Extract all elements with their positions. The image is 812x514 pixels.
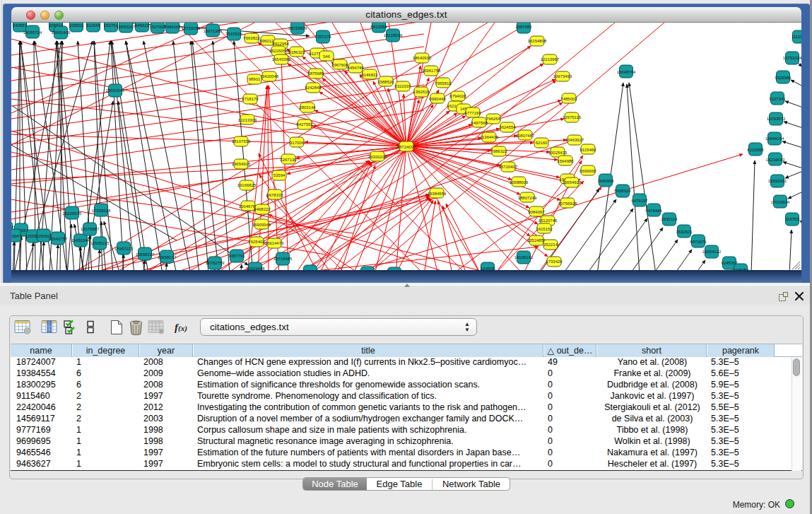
svg-text:10025433: 10025433 bbox=[548, 151, 567, 155]
svg-text:252214: 252214 bbox=[543, 243, 558, 247]
svg-text:9084067: 9084067 bbox=[528, 210, 545, 214]
svg-text:10958107: 10958107 bbox=[136, 252, 155, 257]
svg-text:9227341: 9227341 bbox=[769, 97, 786, 101]
svg-text:2718170: 2718170 bbox=[242, 97, 259, 101]
svg-text:9498222: 9498222 bbox=[254, 207, 271, 211]
svg-text:12942757: 12942757 bbox=[49, 237, 68, 241]
svg-text:917006: 917006 bbox=[290, 141, 305, 145]
svg-text:16120746: 16120746 bbox=[539, 218, 558, 223]
svg-text:105532: 105532 bbox=[69, 23, 84, 28]
svg-text:8912954: 8912954 bbox=[272, 42, 289, 46]
svg-text:10973493: 10973493 bbox=[553, 74, 572, 78]
svg-text:18807249: 18807249 bbox=[518, 196, 537, 200]
svg-text:16648764: 16648764 bbox=[617, 70, 636, 74]
svg-text:1112905: 1112905 bbox=[792, 35, 801, 39]
svg-text:2967608: 2967608 bbox=[331, 63, 348, 67]
svg-text:16961758: 16961758 bbox=[422, 69, 441, 73]
svg-text:6497568: 6497568 bbox=[471, 121, 488, 125]
svg-text:19384554: 19384554 bbox=[428, 192, 447, 196]
svg-text:9777169: 9777169 bbox=[464, 111, 481, 115]
svg-text:9115460: 9115460 bbox=[580, 148, 597, 152]
svg-text:12213309: 12213309 bbox=[238, 118, 257, 122]
svg-text:11451944: 11451944 bbox=[71, 238, 90, 243]
svg-text:3624554: 3624554 bbox=[499, 125, 516, 129]
svg-text:1640954: 1640954 bbox=[597, 179, 614, 183]
svg-text:6699695: 6699695 bbox=[579, 169, 596, 173]
svg-text:5938923: 5938923 bbox=[614, 189, 631, 193]
svg-text:14196141: 14196141 bbox=[514, 255, 534, 259]
svg-text:19166825: 19166825 bbox=[237, 183, 257, 187]
svg-text:12093872: 12093872 bbox=[767, 117, 786, 121]
svg-text:6466101: 6466101 bbox=[164, 25, 181, 29]
svg-text:116753: 116753 bbox=[785, 217, 799, 221]
svg-text:8454749: 8454749 bbox=[347, 66, 364, 70]
svg-text:2803144: 2803144 bbox=[299, 105, 316, 110]
svg-text:29300203: 29300203 bbox=[368, 155, 387, 159]
svg-text:9474444: 9474444 bbox=[645, 209, 662, 213]
svg-text:7625402: 7625402 bbox=[248, 240, 265, 244]
svg-text:7986322: 7986322 bbox=[490, 149, 507, 153]
svg-text:546: 546 bbox=[323, 54, 331, 59]
svg-text:9146821: 9146821 bbox=[361, 73, 378, 77]
svg-text:20991406: 20991406 bbox=[52, 30, 71, 35]
svg-text:8215958: 8215958 bbox=[747, 148, 764, 152]
svg-text:12975115: 12975115 bbox=[563, 115, 582, 119]
svg-text:12213967: 12213967 bbox=[541, 57, 560, 62]
svg-text:7632621: 7632621 bbox=[676, 230, 693, 234]
svg-text:7357274: 7357274 bbox=[314, 35, 331, 39]
svg-text:7955812: 7955812 bbox=[435, 81, 452, 86]
svg-text:98901: 98901 bbox=[249, 77, 261, 81]
svg-text:9329966: 9329966 bbox=[775, 76, 792, 80]
svg-text:2935114: 2935114 bbox=[661, 217, 678, 221]
svg-text:16154808: 16154808 bbox=[528, 39, 547, 43]
svg-text:16671385: 16671385 bbox=[204, 29, 223, 33]
svg-text:7485003: 7485003 bbox=[560, 97, 577, 101]
svg-text:16210643: 16210643 bbox=[766, 158, 785, 162]
svg-text:1588520: 1588520 bbox=[377, 80, 394, 84]
svg-text:16914479: 16914479 bbox=[265, 241, 284, 245]
svg-text:17016504: 17016504 bbox=[771, 200, 790, 204]
svg-text:53594: 53594 bbox=[273, 173, 286, 177]
svg-text:1564985: 1564985 bbox=[557, 159, 574, 163]
svg-text:3267130: 3267130 bbox=[280, 158, 297, 162]
svg-text:6794028: 6794028 bbox=[449, 94, 466, 98]
svg-text:6990448: 6990448 bbox=[429, 97, 446, 101]
svg-text:20206576: 20206576 bbox=[63, 211, 82, 216]
svg-text:1362615: 1362615 bbox=[413, 90, 430, 94]
svg-text:5678335: 5678335 bbox=[266, 193, 283, 197]
svg-text:21364436: 21364436 bbox=[480, 135, 499, 139]
svg-text:18107553: 18107553 bbox=[232, 139, 251, 144]
svg-text:7663822: 7663822 bbox=[243, 36, 260, 40]
svg-text:12505135: 12505135 bbox=[90, 241, 110, 245]
svg-text:12444154: 12444154 bbox=[765, 136, 784, 141]
svg-text:15226058: 15226058 bbox=[269, 49, 288, 53]
svg-text:10553267: 10553267 bbox=[117, 25, 136, 29]
svg-text:14055724: 14055724 bbox=[23, 30, 42, 35]
svg-text:16782759: 16782759 bbox=[206, 261, 225, 265]
svg-text:6479197: 6479197 bbox=[631, 199, 648, 203]
svg-text:9457791: 9457791 bbox=[228, 254, 245, 258]
svg-text:10975887: 10975887 bbox=[81, 227, 100, 231]
svg-text:17359928: 17359928 bbox=[92, 209, 111, 213]
svg-text:10654122: 10654122 bbox=[702, 250, 722, 254]
svg-text:16909948: 16909948 bbox=[252, 223, 271, 227]
svg-text:23420046: 23420046 bbox=[260, 74, 279, 78]
svg-text:9427552: 9427552 bbox=[296, 122, 313, 127]
svg-text:9242848: 9242848 bbox=[305, 86, 322, 90]
svg-text:19218506: 19218506 bbox=[384, 33, 403, 37]
svg-text:10688609: 10688609 bbox=[510, 180, 529, 185]
svg-text:16543382: 16543382 bbox=[272, 57, 291, 62]
svg-text:29053346: 29053346 bbox=[106, 88, 125, 93]
svg-text:10807487: 10807487 bbox=[516, 134, 535, 138]
svg-text:1615152: 1615152 bbox=[536, 227, 553, 231]
svg-text:8186323: 8186323 bbox=[288, 50, 305, 54]
svg-text:18724007: 18724007 bbox=[397, 145, 416, 149]
svg-text:62160: 62160 bbox=[536, 141, 548, 145]
svg-text:10463627: 10463627 bbox=[565, 138, 584, 142]
svg-text:16033809: 16033809 bbox=[288, 26, 307, 30]
svg-text:7515526: 7515526 bbox=[225, 32, 242, 36]
svg-text:13716485: 13716485 bbox=[273, 257, 293, 261]
svg-text:5875685: 5875685 bbox=[307, 71, 324, 76]
svg-text:15751024: 15751024 bbox=[783, 56, 801, 60]
svg-text:10756928: 10756928 bbox=[558, 201, 577, 206]
